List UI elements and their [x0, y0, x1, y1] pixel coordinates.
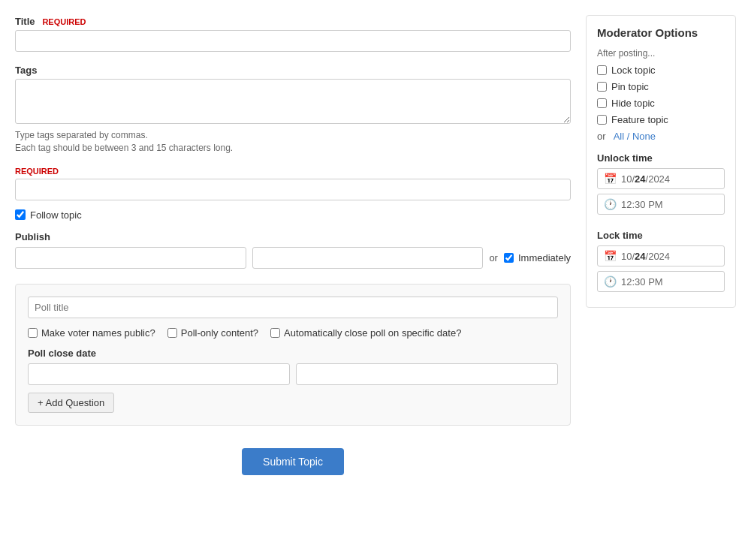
lock-date-day: 24	[635, 251, 645, 262]
poll-close-date-label: Poll close date	[28, 348, 558, 359]
immediately-checkbox[interactable]	[504, 253, 514, 263]
follow-topic-checkbox[interactable]	[15, 209, 26, 220]
unlock-date-field[interactable]: 📅 10/24/2024	[597, 168, 725, 189]
follow-topic-label: Follow topic	[30, 209, 82, 221]
hide-topic-checkbox[interactable]	[597, 98, 607, 108]
voter-names-checkbox[interactable]	[28, 328, 38, 338]
calendar-icon-unlock: 📅	[604, 173, 617, 185]
pin-topic-checkbox[interactable]	[597, 82, 607, 92]
poll-title-input[interactable]	[28, 297, 558, 318]
poll-section: Make voter names public? Poll-only conte…	[15, 284, 571, 426]
publish-time-input[interactable]: 12:30 PM	[252, 247, 484, 269]
lock-time-label: Lock time	[597, 230, 725, 241]
immediately-label: Immediately	[518, 252, 571, 263]
feature-topic-label: Feature topic	[611, 114, 668, 125]
lock-time-text: 12:30 PM	[621, 276, 663, 288]
lock-topic-label: Lock topic	[611, 65, 656, 76]
poll-only-label: Poll-only content?	[181, 327, 258, 339]
publish-date-input[interactable]: 10/24/2024	[15, 247, 246, 269]
auto-close-checkbox[interactable]	[270, 328, 280, 338]
publish-label: Publish	[15, 231, 571, 242]
feature-topic-checkbox[interactable]	[597, 115, 607, 125]
unlock-date-text: 10/24/2024	[621, 173, 670, 185]
hide-topic-label: Hide topic	[611, 98, 655, 109]
required-label: REQUIRED	[15, 167, 571, 176]
all-none-link[interactable]: All / None	[614, 131, 656, 142]
unlock-time-label: Unlock time	[597, 152, 725, 164]
auto-close-label: Automatically close poll on specific dat…	[284, 327, 461, 339]
lock-date-text: 10/24/2024	[621, 251, 670, 262]
clock-icon-unlock: 🕐	[604, 198, 617, 210]
unlock-time-text: 12:30 PM	[621, 199, 663, 210]
tags-hint-line2: Each tag should be between 3 and 15 char…	[15, 142, 571, 155]
required-input[interactable]	[15, 179, 571, 200]
lock-topic-checkbox[interactable]	[597, 65, 607, 75]
unlock-time-field[interactable]: 🕐 12:30 PM	[597, 194, 725, 215]
clock-icon-lock: 🕐	[604, 275, 617, 288]
after-posting-label: After posting...	[597, 48, 725, 59]
calendar-icon-lock: 📅	[604, 250, 617, 262]
moderator-options-panel: Moderator Options After posting... Lock …	[586, 15, 736, 308]
tags-input[interactable]	[15, 79, 571, 124]
poll-close-date-input[interactable]: 10/25/2024	[28, 363, 290, 385]
or-text-sidebar: or	[597, 131, 606, 142]
title-required-badge: REQUIRED	[42, 17, 86, 26]
submit-topic-button[interactable]: Submit Topic	[242, 448, 344, 475]
lock-time-field[interactable]: 🕐 12:30 PM	[597, 271, 725, 292]
poll-close-time-input[interactable]: 07:30 PM	[296, 363, 558, 385]
lock-date-field[interactable]: 📅 10/24/2024	[597, 245, 725, 266]
unlock-date-day: 24	[635, 173, 645, 185]
poll-only-checkbox[interactable]	[167, 328, 177, 338]
pin-topic-label: Pin topic	[611, 81, 649, 92]
add-question-button[interactable]: + Add Question	[28, 393, 114, 413]
voter-names-label: Make voter names public?	[41, 327, 155, 339]
moderator-options-title: Moderator Options	[597, 26, 725, 39]
publish-or-text: or	[489, 252, 498, 263]
tags-hint-line1: Type tags separated by commas.	[15, 129, 571, 142]
tags-label: Tags	[15, 65, 37, 76]
title-input[interactable]	[15, 30, 571, 52]
title-label: Title	[15, 16, 35, 27]
